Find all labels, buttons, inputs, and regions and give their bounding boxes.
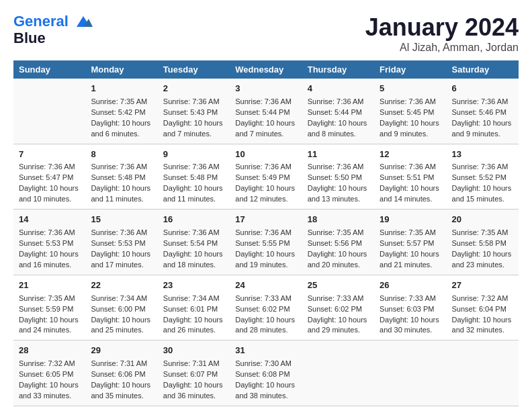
day-number: 2 [163, 83, 224, 95]
day-info: Sunrise: 7:36 AM Sunset: 5:51 PM Dayligh… [380, 162, 441, 205]
day-number: 29 [91, 345, 152, 357]
day-info: Sunrise: 7:36 AM Sunset: 5:53 PM Dayligh… [91, 228, 152, 271]
day-number: 26 [380, 279, 441, 292]
day-number: 9 [163, 148, 224, 161]
calendar-cell: 19Sunrise: 7:35 AM Sunset: 5:57 PM Dayli… [374, 210, 446, 275]
day-number: 19 [380, 214, 441, 226]
calendar-cell: 2Sunrise: 7:36 AM Sunset: 5:43 PM Daylig… [158, 79, 230, 144]
day-number: 31 [235, 345, 296, 357]
calendar-cell: 9Sunrise: 7:36 AM Sunset: 5:48 PM Daylig… [158, 144, 230, 210]
calendar-cell: 10Sunrise: 7:36 AM Sunset: 5:49 PM Dayli… [230, 144, 302, 210]
week-row-1: 1Sunrise: 7:35 AM Sunset: 5:42 PM Daylig… [13, 79, 519, 144]
calendar-cell: 7Sunrise: 7:36 AM Sunset: 5:47 PM Daylig… [13, 144, 85, 210]
header-cell-thursday: Thursday [302, 60, 374, 79]
page-header: General Blue January 2024 Al Jizah, Amma… [13, 13, 519, 54]
day-info: Sunrise: 7:31 AM Sunset: 6:06 PM Dayligh… [91, 359, 152, 402]
calendar-cell: 4Sunrise: 7:36 AM Sunset: 5:44 PM Daylig… [302, 79, 374, 144]
calendar-body: 1Sunrise: 7:35 AM Sunset: 5:42 PM Daylig… [13, 79, 519, 406]
logo-icon [74, 15, 93, 30]
week-row-5: 28Sunrise: 7:32 AM Sunset: 6:05 PM Dayli… [13, 340, 519, 406]
week-row-3: 14Sunrise: 7:36 AM Sunset: 5:53 PM Dayli… [13, 210, 519, 275]
logo-blue-text: Blue [13, 30, 93, 47]
calendar-table: SundayMondayTuesdayWednesdayThursdayFrid… [13, 60, 519, 406]
day-info: Sunrise: 7:34 AM Sunset: 6:00 PM Dayligh… [91, 293, 152, 336]
calendar-header: SundayMondayTuesdayWednesdayThursdayFrid… [13, 60, 519, 79]
day-info: Sunrise: 7:30 AM Sunset: 6:08 PM Dayligh… [235, 359, 296, 402]
calendar-cell: 25Sunrise: 7:33 AM Sunset: 6:02 PM Dayli… [302, 275, 374, 340]
main-title: January 2024 [365, 13, 519, 42]
calendar-cell: 11Sunrise: 7:36 AM Sunset: 5:50 PM Dayli… [302, 144, 374, 210]
calendar-cell: 18Sunrise: 7:35 AM Sunset: 5:56 PM Dayli… [302, 210, 374, 275]
day-number: 10 [235, 148, 296, 161]
calendar-cell: 6Sunrise: 7:36 AM Sunset: 5:46 PM Daylig… [447, 79, 519, 144]
calendar-cell: 13Sunrise: 7:36 AM Sunset: 5:52 PM Dayli… [447, 144, 519, 210]
calendar-cell: 15Sunrise: 7:36 AM Sunset: 5:53 PM Dayli… [85, 210, 157, 275]
day-info: Sunrise: 7:33 AM Sunset: 6:02 PM Dayligh… [235, 293, 296, 336]
day-info: Sunrise: 7:36 AM Sunset: 5:50 PM Dayligh… [308, 162, 369, 205]
day-info: Sunrise: 7:33 AM Sunset: 6:02 PM Dayligh… [308, 293, 369, 336]
header-cell-wednesday: Wednesday [230, 60, 302, 79]
calendar-cell: 5Sunrise: 7:36 AM Sunset: 5:45 PM Daylig… [374, 79, 446, 144]
day-number: 8 [91, 148, 152, 161]
day-number: 22 [91, 279, 152, 292]
day-number: 18 [308, 214, 369, 226]
calendar-cell: 16Sunrise: 7:36 AM Sunset: 5:54 PM Dayli… [158, 210, 230, 275]
day-info: Sunrise: 7:36 AM Sunset: 5:54 PM Dayligh… [163, 228, 224, 271]
calendar-cell [13, 79, 85, 144]
calendar-cell: 17Sunrise: 7:36 AM Sunset: 5:55 PM Dayli… [230, 210, 302, 275]
day-number: 7 [19, 148, 80, 161]
day-number: 13 [452, 148, 513, 161]
calendar-cell: 12Sunrise: 7:36 AM Sunset: 5:51 PM Dayli… [374, 144, 446, 210]
header-cell-monday: Monday [85, 60, 157, 79]
calendar-cell [374, 340, 446, 406]
title-block: January 2024 Al Jizah, Amman, Jordan [365, 13, 519, 54]
day-info: Sunrise: 7:36 AM Sunset: 5:45 PM Dayligh… [380, 97, 441, 140]
day-info: Sunrise: 7:36 AM Sunset: 5:55 PM Dayligh… [235, 228, 296, 271]
header-cell-tuesday: Tuesday [158, 60, 230, 79]
day-number: 15 [91, 214, 152, 226]
logo: General Blue [13, 13, 93, 47]
week-row-2: 7Sunrise: 7:36 AM Sunset: 5:47 PM Daylig… [13, 144, 519, 210]
day-number: 21 [19, 279, 80, 292]
header-cell-saturday: Saturday [447, 60, 519, 79]
day-info: Sunrise: 7:36 AM Sunset: 5:53 PM Dayligh… [19, 228, 80, 271]
header-cell-sunday: Sunday [13, 60, 85, 79]
week-row-4: 21Sunrise: 7:35 AM Sunset: 5:59 PM Dayli… [13, 275, 519, 340]
calendar-cell: 31Sunrise: 7:30 AM Sunset: 6:08 PM Dayli… [230, 340, 302, 406]
day-number: 4 [308, 83, 369, 95]
day-info: Sunrise: 7:31 AM Sunset: 6:07 PM Dayligh… [163, 359, 224, 402]
calendar-cell [302, 340, 374, 406]
day-number: 30 [163, 345, 224, 357]
day-number: 14 [19, 214, 80, 226]
header-cell-friday: Friday [374, 60, 446, 79]
calendar-cell: 1Sunrise: 7:35 AM Sunset: 5:42 PM Daylig… [85, 79, 157, 144]
calendar-cell: 24Sunrise: 7:33 AM Sunset: 6:02 PM Dayli… [230, 275, 302, 340]
day-number: 12 [380, 148, 441, 161]
calendar-cell: 30Sunrise: 7:31 AM Sunset: 6:07 PM Dayli… [158, 340, 230, 406]
day-number: 17 [235, 214, 296, 226]
day-info: Sunrise: 7:36 AM Sunset: 5:52 PM Dayligh… [452, 162, 513, 205]
day-number: 24 [235, 279, 296, 292]
day-number: 27 [452, 279, 513, 292]
calendar-cell: 14Sunrise: 7:36 AM Sunset: 5:53 PM Dayli… [13, 210, 85, 275]
day-info: Sunrise: 7:36 AM Sunset: 5:43 PM Dayligh… [163, 97, 224, 140]
day-number: 6 [452, 83, 513, 95]
day-info: Sunrise: 7:36 AM Sunset: 5:44 PM Dayligh… [308, 97, 369, 140]
logo-text: General [13, 13, 93, 30]
subtitle: Al Jizah, Amman, Jordan [365, 42, 519, 54]
day-info: Sunrise: 7:36 AM Sunset: 5:49 PM Dayligh… [235, 162, 296, 205]
day-info: Sunrise: 7:34 AM Sunset: 6:01 PM Dayligh… [163, 293, 224, 336]
day-info: Sunrise: 7:32 AM Sunset: 6:05 PM Dayligh… [19, 359, 80, 402]
calendar-cell: 28Sunrise: 7:32 AM Sunset: 6:05 PM Dayli… [13, 340, 85, 406]
day-info: Sunrise: 7:35 AM Sunset: 5:57 PM Dayligh… [380, 228, 441, 271]
calendar-cell: 27Sunrise: 7:32 AM Sunset: 6:04 PM Dayli… [447, 275, 519, 340]
day-info: Sunrise: 7:36 AM Sunset: 5:47 PM Dayligh… [19, 162, 80, 205]
calendar-cell: 22Sunrise: 7:34 AM Sunset: 6:00 PM Dayli… [85, 275, 157, 340]
calendar-cell: 26Sunrise: 7:33 AM Sunset: 6:03 PM Dayli… [374, 275, 446, 340]
day-info: Sunrise: 7:35 AM Sunset: 5:42 PM Dayligh… [91, 97, 152, 140]
calendar-cell: 23Sunrise: 7:34 AM Sunset: 6:01 PM Dayli… [158, 275, 230, 340]
day-number: 20 [452, 214, 513, 226]
header-row: SundayMondayTuesdayWednesdayThursdayFrid… [13, 60, 519, 79]
day-number: 28 [19, 345, 80, 357]
calendar-cell: 29Sunrise: 7:31 AM Sunset: 6:06 PM Dayli… [85, 340, 157, 406]
